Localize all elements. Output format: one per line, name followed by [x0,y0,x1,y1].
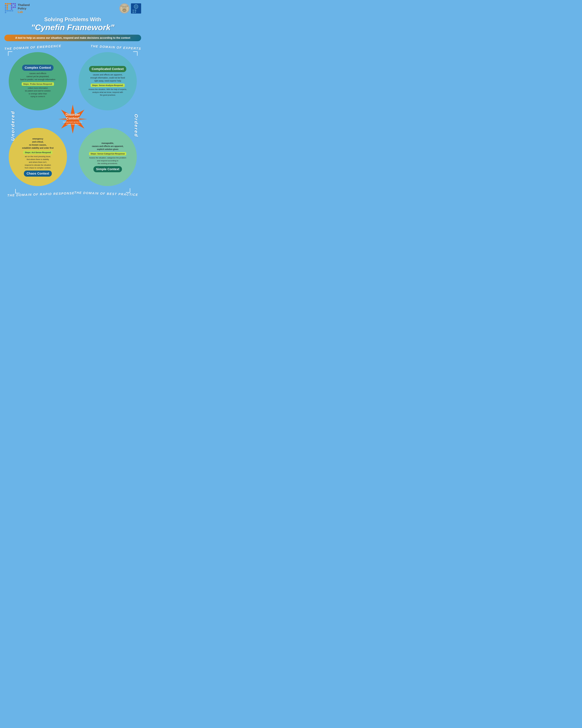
tpl-logo-icon [4,3,16,14]
domain-experts-label: The Domain of Experts [90,44,141,51]
svg-point-9 [15,3,16,4]
circles-area: Complex Context causes and effects canno… [9,52,137,186]
nesdb-logo: NATIONAL ECONOMIC AND SOCIAL DEVELOPMENT… [119,3,130,14]
complicated-steps-label: Steps: Sense-Analyze-Respond: [91,84,125,87]
complicated-header: Complicated Context [89,66,126,72]
svg-point-16 [5,10,6,11]
partner-logos: NATIONAL ECONOMIC AND SOCIAL DEVELOPMENT… [119,3,141,14]
disorder-description: Nothing much can be done. Gather informa… [61,121,84,126]
complex-header: Complex Context [22,64,54,71]
chaos-description: emergency and critical, no known causes,… [22,137,54,150]
complex-steps-label: Steps: Probe-Sense-Respond: [22,82,54,86]
svg-point-1 [6,3,8,4]
svg-point-18 [8,10,10,11]
complicated-circle: Complicated Context causes and effects a… [79,52,137,110]
title-line2: "Cynefin Framework" [3,23,143,32]
svg-point-13 [13,6,14,8]
svg-text:AND SOCIAL: AND SOCIAL [122,7,127,7]
corner-bracket-bl [15,189,20,193]
svg-point-2 [8,3,10,4]
simple-description: manageable, causes and effects are appar… [92,142,123,151]
svg-point-5 [6,6,8,8]
logo-lab: Lab [18,10,30,14]
disorder-title: Disorder Context [61,113,84,121]
header-area: Thailand Policy Lab NATIONAL ECONOMIC AN… [0,0,145,16]
diagram-container: The Domain of Emergence The Domain of Ex… [0,43,145,208]
corner-bracket-br [126,188,130,192]
svg-point-6 [6,8,8,10]
logo-area: Thailand Policy Lab [4,3,30,14]
simple-circle: manageable, causes and effects are appar… [79,128,137,186]
svg-text:D: D [133,11,134,14]
chaos-header: Chaos Context [24,171,52,177]
complicated-steps-desc: Assess the situation. With the help of e… [88,88,127,97]
svg-point-23 [5,6,6,8]
svg-point-10 [11,5,12,6]
logo-policy: Policy [18,7,30,10]
chaos-steps-label: Steps: Act-Sense-Respond [23,151,52,154]
complex-description: causes and effects cannot yet be pinpoin… [20,72,55,81]
simple-steps-label: Steps: Sense-Categorize-Response [89,152,126,156]
svg-point-11 [15,5,16,6]
svg-point-7 [11,3,12,4]
svg-point-14 [15,6,16,8]
svg-text:DEVELOPMENT: DEVELOPMENT [122,8,127,8]
svg-point-15 [11,8,12,10]
logo-thailand: Thailand [18,3,30,7]
title-line1: Solving Problems With [3,17,143,23]
complex-steps-desc: collect more information be patient and … [25,87,51,98]
svg-point-12 [11,6,12,8]
domain-emergence-label: The Domain of Emergence [4,44,62,51]
title-area: Solving Problems With "Cynefin Framework… [0,16,145,33]
svg-point-8 [13,3,14,4]
simple-steps-desc: Assess the situation, categorize the pro… [89,156,126,165]
logo-text: Thailand Policy Lab [18,3,30,14]
svg-point-17 [6,10,8,11]
svg-text:NESDB: NESDB [123,10,126,11]
svg-point-22 [5,8,6,10]
svg-point-20 [12,10,13,11]
simple-header: Simple Context [93,166,122,172]
complex-circle: Complex Context causes and effects canno… [9,52,67,110]
undp-logo: U N D P [131,3,141,14]
chaos-circle: emergency and critical, no known causes,… [9,128,67,186]
disorder-center: Disorder Context Nothing much can be don… [61,113,84,126]
svg-point-19 [10,10,11,11]
complicated-description: causes and effects are apparent, enough … [90,73,125,82]
subtitle-banner: A tool to help us assess our situation, … [4,35,141,41]
svg-point-4 [6,5,8,6]
chaos-steps-desc: act on the most pressing issue, find whe… [25,155,51,169]
svg-point-21 [5,12,6,13]
svg-text:NATIONAL ECONOMIC: NATIONAL ECONOMIC [121,6,128,6]
svg-point-24 [5,5,6,6]
subtitle-text: A tool to help us assess our situation, … [15,36,130,39]
svg-text:P: P [135,11,136,14]
svg-point-0 [5,3,6,4]
